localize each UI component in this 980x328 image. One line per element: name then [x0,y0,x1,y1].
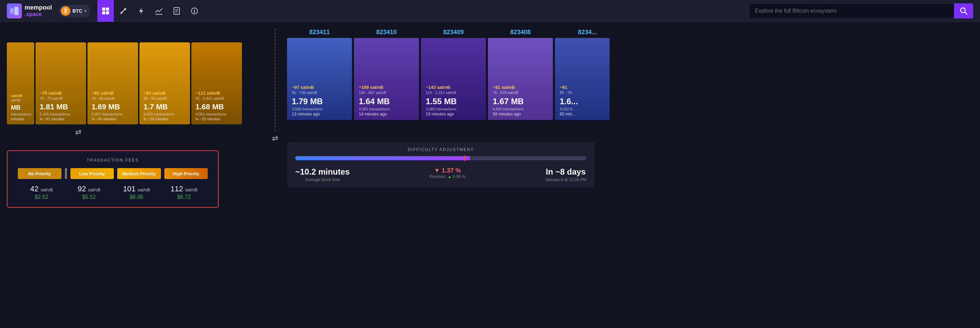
mined-txns: 3,981 transactions [359,107,414,111]
nav-dashboard-button[interactable] [97,0,114,22]
mempool-block-1[interactable]: ~82 sat/vB 79 - 86 sat/vB 1.69 MB 5,067 … [88,42,138,124]
block-sat-sub: 79 - 86 sat/vB [92,96,134,100]
block-number-label-0[interactable]: 823411 [287,29,352,36]
mined-sat-sub: 75 - 578 sat/vB [493,91,548,95]
block-size: MB [11,104,30,111]
nav-docs-button[interactable] [169,0,185,22]
mined-size: 1.64 MB [359,97,414,106]
mined-sat-top: ~143 sat/vB [426,85,481,90]
block-number-label-2[interactable]: 823409 [421,29,486,36]
mined-sat-top: ~81 sat/vB [493,85,548,90]
mined-sat-top: ~91 [560,85,605,90]
fee-usd-low: $5.52 [82,194,95,200]
block-txns: 4,051 transactions [196,112,238,116]
fee-col-low: 92 sat/vB $5.52 [65,185,113,200]
mined-blocks-row: ~97 sat/vB 91 - 736 sat/vB 1.79 MB 3,566… [287,38,973,134]
block-time: In ~10 minutes [196,117,238,121]
mempool-block-2[interactable]: ~90 sat/vB 85 - 93 sat/vB 1.7 MB 4,529 t… [139,42,190,124]
block-size: 1.69 MB [92,102,134,111]
logo-mempool: mempool [25,5,52,11]
svg-point-17 [194,9,195,10]
diff-change-value: ▼ 1.37 % [434,167,461,174]
mined-block-0[interactable]: ~97 sat/vB 91 - 736 sat/vB 1.79 MB 3,566… [287,38,352,120]
fee-usd-high: $6.72 [177,194,191,200]
chevron-down-icon: ▾ [84,8,86,13]
mined-size: 1.67 MB [493,97,548,106]
mempool-blocks-row: sat/vB sat/vB MB transactions minutes ~7… [7,29,270,124]
fee-sat-low: 92 sat/vB [78,185,100,193]
diff-eta-label: January 6 at 12:06 PM [545,177,586,182]
mined-sat-top: ~97 sat/vB [292,85,347,90]
diff-eta-value: In ~8 days [546,167,585,177]
svg-point-8 [124,8,126,10]
mempool-block-0[interactable]: ~75 sat/vB 70 - 79 sat/vB 1.81 MB 5,345 … [35,42,86,124]
block-number-label-4[interactable]: 8234... [555,29,620,36]
block-number-label-3[interactable]: 823408 [488,29,553,36]
mined-block-4[interactable]: ~91 85 - 74... 1.6... 4,532 tr... 60 min… [555,38,609,120]
block-numbers-row: 823411 823410 823409 823408 8234... [287,29,973,36]
mined-time: 13 minutes ago [292,112,347,116]
mempool-block-partial[interactable]: sat/vB sat/vB MB transactions minutes [7,42,34,124]
svg-rect-2 [102,8,105,11]
priority-separator [65,168,67,179]
difficulty-marker [464,156,465,161]
search-area [749,3,973,18]
fee-sat-med: 101 sat/vB [123,185,150,193]
fee-usd-no: $2.52 [35,194,48,200]
fee-usd-med: $6.06 [129,194,143,200]
logo-icon [7,3,22,18]
mined-sat-sub: 115 - 1,311 sat/vB [426,91,481,95]
vertical-divider: ⇄ [270,22,280,328]
mined-time: 58 minutes ago [493,112,548,116]
nav-info-button[interactable] [186,0,203,22]
nav-lightning-button[interactable] [133,0,150,22]
bitcoin-icon: ₿ [61,6,70,16]
mined-block-3[interactable]: ~81 sat/vB 75 - 578 sat/vB 1.67 MB 4,920… [488,38,553,120]
mined-sat-top: ~109 sat/vB [359,85,414,90]
fee-sat-no: 42 sat/vB [30,185,53,193]
bitcoin-selector[interactable]: ₿ BTC ▾ [59,5,91,17]
svg-line-19 [965,12,967,14]
block-txns: transactions [11,112,30,116]
mined-size: 1.6... [560,97,605,106]
logo-space: .space [25,11,52,18]
diff-stat-blocktime: ~10.2 minutes Average block time [295,167,350,182]
transfer-icon: ⇄ [75,128,81,137]
mempool-block-3[interactable]: ~111 sat/vB 92 - 3,441 sat/vB 1.68 MB 4,… [191,42,242,124]
diff-blocktime-label: Average block time [305,177,340,182]
mined-txns: 3,566 transactions [292,107,347,111]
svg-rect-4 [102,11,105,14]
search-input[interactable] [749,3,954,18]
nav-charts-button[interactable] [151,0,167,22]
mined-size: 1.55 MB [426,97,481,106]
swap-icon: ⇄ [272,134,278,143]
nav-mining-button[interactable] [115,0,132,22]
difficulty-title: DIFFICULTY ADJUSTMENT [295,147,586,152]
block-time: minutes [11,117,30,121]
mined-time: 19 minutes ago [426,112,481,116]
dashed-line [275,29,275,131]
block-sat-top: ~111 sat/vB [196,91,238,96]
svg-rect-1 [14,7,19,15]
mempool-area: sat/vB sat/vB MB transactions minutes ~7… [0,22,270,328]
svg-rect-3 [106,8,109,11]
bitcoin-label: BTC [72,8,82,14]
mined-block-2[interactable]: ~143 sat/vB 115 - 1,311 sat/vB 1.55 MB 3… [421,38,486,120]
fee-col-no: 42 sat/vB $2.52 [18,185,65,200]
block-size: 1.7 MB [143,102,186,111]
mined-block-1[interactable]: ~109 sat/vB 100 - 567 sat/vB 1.64 MB 3,9… [354,38,419,120]
block-sat-sub: 92 - 3,441 sat/vB [196,96,238,100]
nav-icons [97,0,203,22]
block-time: In ~41 minutes [40,117,82,121]
fee-col-high: 112 sat/vB $6.72 [160,185,208,200]
logo-area: mempool .space [7,3,52,18]
mined-area: 823411 823410 823409 823408 8234... ~97 … [280,22,980,328]
difficulty-section: DIFFICULTY ADJUSTMENT ~10.2 minutes Aver… [287,142,595,188]
block-sat-top: sat/vB [11,94,30,98]
block-sat-sub: sat/vB [11,99,30,102]
mined-size: 1.79 MB [292,97,347,106]
block-sat-sub: 85 - 93 sat/vB [143,96,186,100]
block-sat-top: ~90 sat/vB [143,91,186,96]
block-number-label-1[interactable]: 823410 [354,29,419,36]
search-button[interactable] [954,3,973,18]
